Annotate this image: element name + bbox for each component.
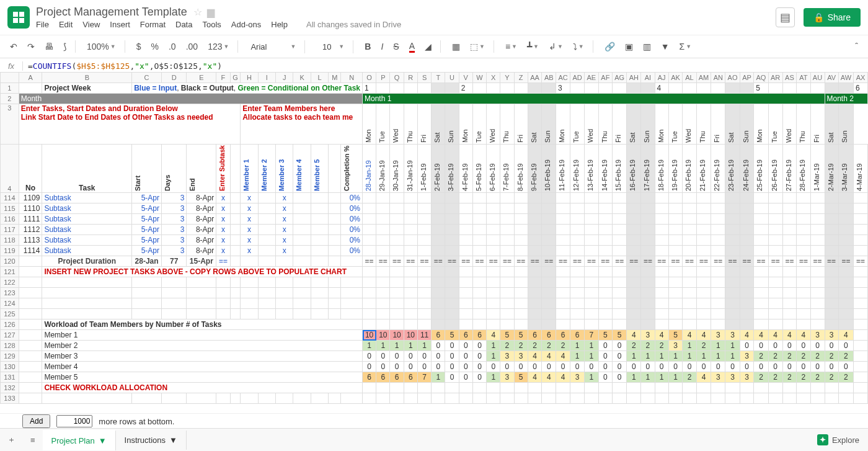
- column-header[interactable]: AG: [612, 73, 626, 74]
- column-header[interactable]: C: [132, 73, 162, 74]
- borders-icon[interactable]: ▦: [450, 40, 463, 53]
- column-header[interactable]: Q: [390, 73, 404, 74]
- rotate-icon[interactable]: ⤵▼: [570, 40, 593, 53]
- chart-icon[interactable]: ▥: [640, 40, 653, 53]
- fill-color-icon[interactable]: ◢: [422, 40, 441, 53]
- link-icon[interactable]: 🔗: [602, 40, 618, 53]
- merge-icon[interactable]: ⬚▼: [467, 40, 494, 53]
- column-header[interactable]: F: [216, 73, 230, 74]
- menu-insert[interactable]: Insert: [110, 20, 130, 29]
- currency-icon[interactable]: $: [134, 40, 144, 53]
- column-header[interactable]: X: [487, 73, 500, 74]
- column-header[interactable]: R: [404, 73, 417, 74]
- column-header[interactable]: AE: [585, 73, 599, 74]
- column-header[interactable]: AJ: [655, 73, 668, 74]
- formula-input[interactable]: =COUNTIFS($H$5:$H$125,"x",O$5:O$125,"x"): [23, 61, 868, 71]
- column-header[interactable]: AD: [570, 73, 585, 74]
- column-header[interactable]: AM: [696, 73, 711, 74]
- column-header[interactable]: E: [187, 73, 216, 74]
- column-header[interactable]: AR: [768, 73, 782, 74]
- text-color-icon[interactable]: A: [407, 40, 417, 54]
- column-header[interactable]: U: [445, 73, 459, 74]
- strike-icon[interactable]: S: [391, 40, 401, 53]
- dec-increase-icon[interactable]: .00: [184, 40, 200, 53]
- column-header[interactable]: AA: [528, 73, 542, 74]
- menu-data[interactable]: Data: [175, 20, 192, 29]
- lock-icon: 🔒: [813, 12, 824, 22]
- menu-addons[interactable]: Add-ons: [231, 20, 261, 29]
- column-header[interactable]: S: [417, 73, 431, 74]
- undo-icon[interactable]: ↶: [7, 40, 20, 53]
- menu-format[interactable]: Format: [140, 20, 166, 29]
- column-header[interactable]: AW: [838, 73, 853, 74]
- column-header[interactable]: AQ: [754, 73, 768, 74]
- column-header[interactable]: AN: [711, 73, 725, 74]
- select-all-corner[interactable]: [1, 73, 19, 74]
- star-icon[interactable]: ☆: [191, 6, 205, 18]
- column-header[interactable]: N: [341, 73, 363, 74]
- percent-icon[interactable]: %: [149, 40, 161, 53]
- menu-edit[interactable]: Edit: [59, 20, 73, 29]
- font-select[interactable]: [249, 42, 289, 52]
- column-header[interactable]: AF: [598, 73, 612, 74]
- column-header[interactable]: AX: [854, 73, 868, 74]
- spreadsheet-grid[interactable]: ABCDEFGHIJKLMNOPQRSTUVWXYZAAABACADAEAFAG…: [0, 72, 868, 74]
- column-header[interactable]: O: [363, 73, 376, 74]
- column-header[interactable]: P: [376, 73, 390, 74]
- column-header[interactable]: AO: [725, 73, 740, 74]
- folder-icon[interactable]: ▆: [205, 6, 217, 18]
- column-header[interactable]: A: [19, 73, 42, 74]
- menu-tools[interactable]: Tools: [202, 20, 221, 29]
- document-title[interactable]: Project Management Template: [36, 6, 191, 19]
- comments-icon[interactable]: ▤: [776, 7, 795, 27]
- bold-icon[interactable]: B: [362, 40, 373, 53]
- column-header[interactable]: AC: [556, 73, 570, 74]
- column-header[interactable]: AV: [825, 73, 838, 74]
- column-header[interactable]: W: [472, 73, 486, 74]
- more-formats-icon[interactable]: 123▼: [205, 40, 238, 53]
- column-header[interactable]: L: [311, 73, 328, 74]
- column-header[interactable]: Z: [514, 73, 528, 74]
- column-header[interactable]: M: [329, 73, 341, 74]
- wrap-icon[interactable]: ↲▼: [546, 40, 565, 53]
- v-align-icon[interactable]: ┻▼: [525, 40, 541, 53]
- column-header[interactable]: AU: [810, 73, 825, 74]
- column-header[interactable]: B: [42, 73, 132, 74]
- column-header[interactable]: AH: [627, 73, 641, 74]
- column-header[interactable]: K: [293, 73, 311, 74]
- comment-icon[interactable]: ▣: [622, 40, 636, 53]
- column-header[interactable]: AS: [782, 73, 797, 74]
- column-header[interactable]: AL: [683, 73, 696, 74]
- column-header[interactable]: AK: [668, 73, 683, 74]
- sheets-logo[interactable]: [7, 6, 30, 29]
- dec-decrease-icon[interactable]: .0: [166, 40, 179, 53]
- font-size-select[interactable]: [316, 42, 337, 52]
- column-header[interactable]: Y: [500, 73, 514, 74]
- menu-help[interactable]: Help: [271, 20, 288, 29]
- h-align-icon[interactable]: ≡▼: [503, 40, 520, 53]
- functions-icon[interactable]: Σ▼: [677, 40, 694, 53]
- paint-format-icon[interactable]: ⟆: [61, 40, 76, 53]
- column-header[interactable]: AT: [797, 73, 810, 74]
- redo-icon[interactable]: ↷: [25, 40, 37, 53]
- toolbar: ↶ ↷ 🖶 ⟆ 100%▼ $ % .0 .00 123▼ ▼ ▼ B I S …: [0, 35, 868, 58]
- column-header[interactable]: J: [276, 73, 293, 74]
- print-icon[interactable]: 🖶: [42, 40, 56, 53]
- filter-icon[interactable]: ▼: [658, 40, 672, 53]
- column-header[interactable]: V: [459, 73, 472, 74]
- column-header[interactable]: AI: [641, 73, 655, 74]
- column-header[interactable]: D: [162, 73, 187, 74]
- column-header[interactable]: AP: [740, 73, 754, 74]
- menu-view[interactable]: View: [82, 20, 100, 29]
- column-header[interactable]: G: [230, 73, 241, 74]
- menu-file[interactable]: File: [36, 20, 49, 29]
- collapse-toolbar-icon[interactable]: ˆ: [852, 40, 861, 53]
- column-header[interactable]: I: [258, 73, 275, 74]
- column-header[interactable]: AB: [542, 73, 556, 74]
- save-status: All changes saved in Drive: [306, 20, 401, 29]
- column-header[interactable]: T: [432, 73, 445, 74]
- column-header[interactable]: H: [241, 73, 258, 74]
- share-button[interactable]: 🔒 Share: [804, 8, 861, 27]
- zoom-select[interactable]: 100%▼: [84, 40, 125, 53]
- italic-icon[interactable]: I: [378, 40, 386, 53]
